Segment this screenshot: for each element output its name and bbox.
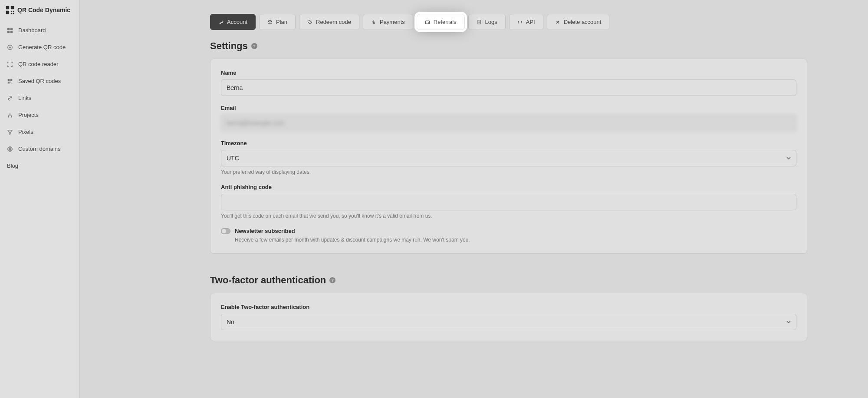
sidebar-item-generate-qr[interactable]: Generate QR code	[0, 39, 79, 56]
tab-referrals[interactable]: Referrals	[417, 14, 465, 30]
timezone-help: Your preferred way of displaying dates.	[221, 169, 796, 175]
name-label: Name	[221, 70, 796, 76]
brand-logo[interactable]: QR Code Dynamic	[0, 5, 79, 22]
newsletter-toggle[interactable]	[221, 228, 230, 234]
svg-rect-5	[11, 13, 12, 14]
qr-icon	[7, 78, 13, 84]
scroll-icon	[477, 20, 482, 25]
main-content: Account Plan Redeem code Payments Referr…	[80, 0, 868, 398]
wrench-icon	[218, 20, 224, 25]
plus-circle-icon	[7, 44, 13, 50]
sidebar-item-label: Links	[18, 95, 31, 101]
svg-rect-2	[6, 11, 9, 14]
sidebar-item-label: Saved QR codes	[18, 78, 61, 84]
svg-rect-1	[11, 6, 14, 9]
tab-redeem-code[interactable]: Redeem code	[299, 14, 359, 30]
svg-rect-12	[8, 79, 10, 80]
sidebar-item-custom-domains[interactable]: Custom domains	[0, 140, 79, 157]
wallet-icon	[425, 20, 430, 25]
code-icon	[517, 20, 523, 25]
svg-rect-14	[8, 81, 10, 83]
scan-icon	[7, 61, 13, 67]
settings-card: Name Email Timezone UTC Your preferred w…	[210, 59, 807, 254]
tab-logs[interactable]: Logs	[468, 14, 506, 30]
globe-icon	[7, 146, 13, 152]
svg-rect-3	[11, 11, 12, 12]
anti-phishing-help: You'll get this code on each email that …	[221, 213, 796, 219]
svg-rect-16	[12, 83, 13, 83]
project-icon	[7, 112, 13, 118]
settings-title: Settings	[210, 40, 248, 52]
email-input[interactable]	[221, 115, 796, 131]
brand-name: QR Code Dynamic	[17, 7, 70, 13]
email-label: Email	[221, 105, 796, 111]
grid-icon	[7, 27, 13, 33]
name-input[interactable]	[221, 80, 796, 96]
anti-phishing-label: Anti phishing code	[221, 184, 796, 190]
tab-plan[interactable]: Plan	[259, 14, 296, 30]
svg-rect-0	[6, 6, 9, 9]
sidebar-item-label: Pixels	[18, 129, 33, 135]
close-icon	[555, 20, 560, 25]
svg-rect-6	[13, 13, 14, 14]
tab-delete-account[interactable]: Delete account	[547, 14, 610, 30]
account-tabs: Account Plan Redeem code Payments Referr…	[210, 14, 807, 30]
enable-twofa-label: Enable Two-factor authentication	[221, 304, 796, 310]
twofa-header: Two-factor authentication ?	[210, 275, 807, 286]
newsletter-label: Newsletter subscribed	[235, 228, 295, 234]
tag-icon	[307, 20, 312, 25]
link-icon	[7, 95, 13, 101]
sidebar-item-projects[interactable]: Projects	[0, 106, 79, 123]
sidebar-item-label: Projects	[18, 112, 39, 118]
tab-account[interactable]: Account	[210, 14, 256, 30]
sidebar-item-blog[interactable]: Blog	[0, 157, 79, 174]
twofa-card: Enable Two-factor authentication No	[210, 293, 807, 341]
sidebar-item-label: QR code reader	[18, 61, 59, 67]
sidebar-item-qr-reader[interactable]: QR code reader	[0, 56, 79, 73]
sidebar-item-label: Blog	[7, 163, 18, 169]
tab-payments[interactable]: Payments	[363, 14, 413, 30]
sidebar-item-label: Custom domains	[18, 146, 61, 152]
sidebar-item-saved-qr[interactable]: Saved QR codes	[0, 73, 79, 90]
sidebar-item-dashboard[interactable]: Dashboard	[0, 22, 79, 39]
sidebar-item-links[interactable]: Links	[0, 90, 79, 106]
svg-rect-9	[7, 30, 10, 33]
svg-rect-15	[10, 81, 11, 82]
svg-rect-8	[10, 27, 13, 30]
svg-rect-4	[13, 11, 14, 12]
tab-api[interactable]: API	[509, 14, 543, 30]
info-icon[interactable]: ?	[251, 43, 257, 49]
box-icon	[267, 20, 273, 25]
settings-header: Settings ?	[210, 40, 807, 52]
info-icon[interactable]: ?	[329, 277, 335, 283]
sidebar-item-label: Generate QR code	[18, 44, 66, 50]
twofa-title: Two-factor authentication	[210, 275, 326, 286]
svg-rect-10	[10, 30, 13, 33]
svg-rect-13	[10, 79, 12, 80]
qr-logo-icon	[5, 5, 15, 15]
enable-twofa-select[interactable]: No	[221, 314, 796, 330]
sidebar-item-pixels[interactable]: Pixels	[0, 123, 79, 140]
newsletter-help: Receive a few emails per month with upda…	[235, 237, 796, 243]
anti-phishing-input[interactable]	[221, 194, 796, 210]
svg-rect-7	[7, 27, 10, 30]
timezone-select[interactable]: UTC	[221, 150, 796, 166]
sidebar: QR Code Dynamic Dashboard Generate QR co…	[0, 0, 80, 398]
timezone-label: Timezone	[221, 140, 796, 146]
sidebar-item-label: Dashboard	[18, 27, 46, 33]
filter-icon	[7, 129, 13, 135]
dollar-icon	[371, 20, 376, 25]
